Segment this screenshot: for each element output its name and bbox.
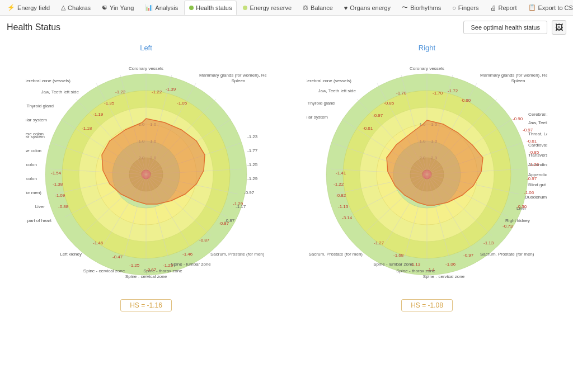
svg-text:-0.87: -0.87 bbox=[199, 238, 210, 243]
svg-text:Sacrum, Prostate (for men): Sacrum, Prostate (for men) bbox=[480, 252, 534, 257]
svg-text:Mammary glands (for women), Re: Mammary glands (for women), Respiratory … bbox=[480, 73, 547, 78]
svg-text:-1.09: -1.09 bbox=[55, 193, 65, 198]
balance-icon: ⚖ bbox=[303, 4, 308, 11]
svg-text:-1.35: -1.35 bbox=[104, 101, 115, 106]
svg-text:-0.90: -0.90 bbox=[513, 116, 523, 121]
svg-text:Spleen: Spleen bbox=[511, 78, 525, 83]
svg-text:-1.22: -1.22 bbox=[115, 89, 126, 95]
svg-text:-1.13: -1.13 bbox=[338, 204, 349, 209]
svg-text:Mammary glands (for women), Re: Mammary glands (for women), Respiratory … bbox=[199, 73, 266, 78]
right-radar-wrapper: 1.0 1.0 2.0 1.0 1.0 2.0 Coronary vessels… bbox=[307, 54, 547, 295]
svg-text:Throat, Larynx, Trachea, Thyro: Throat, Larynx, Trachea, Thyroid gland bbox=[307, 101, 335, 106]
svg-text:-0.67: -0.67 bbox=[146, 267, 157, 272]
svg-text:Sacrum, Prostate (for men): Sacrum, Prostate (for men) bbox=[210, 252, 265, 257]
svg-text:-0.47: -0.47 bbox=[112, 254, 123, 259]
svg-text:-1.23: -1.23 bbox=[247, 134, 258, 139]
svg-text:-0.97: -0.97 bbox=[373, 113, 383, 118]
tab-export-csv[interactable]: 📋 Export to CSV bbox=[523, 1, 573, 15]
left-radar-wrapper: 1.0 1.0 2.0 1.0 1.0 2.0 Coronary vessels… bbox=[26, 54, 266, 295]
svg-text:Spine - cervical zone: Spine - cervical zone bbox=[125, 274, 167, 279]
tab-fingers[interactable]: ○ Fingers bbox=[447, 1, 483, 15]
yin-yang-icon: ☯ bbox=[102, 4, 107, 11]
tab-energy-reserve[interactable]: Energy reserve bbox=[238, 1, 297, 15]
svg-text:-1.54: -1.54 bbox=[51, 171, 62, 176]
tab-biorhythms[interactable]: 〜 Biorhythms bbox=[397, 1, 446, 15]
svg-text:-0.97: -0.97 bbox=[523, 127, 533, 133]
svg-text:Cardiovascular system: Cardiovascular system bbox=[26, 117, 47, 122]
svg-text:-1.72: -1.72 bbox=[448, 88, 458, 93]
svg-text:-1.22: -1.22 bbox=[152, 89, 162, 95]
svg-text:Duodenum: Duodenum bbox=[525, 195, 547, 200]
image-export-button[interactable]: 🖼 bbox=[552, 20, 566, 35]
analysis-icon: 📊 bbox=[145, 4, 153, 11]
fingers-icon: ○ bbox=[452, 4, 456, 11]
svg-text:-0.85: -0.85 bbox=[529, 150, 539, 155]
tab-organs-energy[interactable]: ♥ Organs energy bbox=[339, 1, 396, 15]
svg-text:Coronary vessels: Coronary vessels bbox=[410, 66, 444, 71]
svg-text:-1.06: -1.06 bbox=[445, 262, 456, 267]
svg-text:Rectum, Prostate (for men): Rectum, Prostate (for men) bbox=[26, 190, 41, 195]
svg-text:Right part of heart: Right part of heart bbox=[26, 218, 52, 223]
svg-text:-0.73: -0.73 bbox=[502, 224, 513, 229]
tab-energy-field[interactable]: ⚡ Energy field bbox=[2, 1, 55, 15]
svg-text:Sigmoid colon: Sigmoid colon bbox=[26, 176, 37, 181]
tab-health-status[interactable]: Health status bbox=[184, 1, 237, 15]
svg-text:-1.06: -1.06 bbox=[524, 190, 534, 195]
svg-text:Cerebral zone (vessels): Cerebral zone (vessels) bbox=[528, 112, 547, 117]
svg-text:-0.61: -0.61 bbox=[527, 139, 537, 144]
svg-text:-1.70: -1.70 bbox=[433, 91, 443, 96]
image-icon: 🖼 bbox=[555, 23, 563, 32]
tab-yin-yang[interactable]: ☯ Yin Yang bbox=[97, 1, 139, 15]
energy-reserve-dot bbox=[243, 6, 247, 10]
tab-report[interactable]: 🖨 Report bbox=[485, 1, 522, 15]
svg-text:-1.77: -1.77 bbox=[247, 148, 258, 153]
svg-text:-1.4: -1.4 bbox=[427, 267, 435, 272]
svg-text:-1.25: -1.25 bbox=[163, 263, 173, 268]
svg-text:Jaw, Teeth left side: Jaw, Teeth left side bbox=[41, 89, 79, 95]
tab-chakras[interactable]: △ Chakras bbox=[56, 1, 96, 15]
charts-area: Left bbox=[0, 38, 573, 317]
svg-text:-1.38: -1.38 bbox=[53, 182, 63, 187]
export-csv-icon: 📋 bbox=[528, 4, 536, 11]
top-navigation: ⚡ Energy field △ Chakras ☯ Yin Yang 📊 An… bbox=[0, 0, 573, 16]
svg-text:-1.70: -1.70 bbox=[396, 91, 407, 96]
svg-text:-1.19: -1.19 bbox=[93, 112, 104, 117]
svg-text:-1.27: -1.27 bbox=[374, 240, 384, 245]
svg-text:Descending colon: Descending colon bbox=[26, 162, 37, 167]
svg-text:Transverse colon: Transverse colon bbox=[26, 131, 44, 136]
svg-text:Sacrum, Prostate (for men): Sacrum, Prostate (for men) bbox=[309, 252, 363, 257]
right-chart-title: Right bbox=[419, 44, 435, 52]
svg-text:-0.82: -0.82 bbox=[336, 193, 346, 198]
svg-text:Right kidney: Right kidney bbox=[505, 218, 530, 223]
header-actions: See optimal health status 🖼 bbox=[463, 20, 566, 35]
svg-text:-1.18: -1.18 bbox=[82, 126, 92, 131]
svg-text:-0.60: -0.60 bbox=[461, 98, 471, 103]
page-header: Health Status See optimal health status … bbox=[0, 16, 573, 38]
optimal-health-button[interactable]: See optimal health status bbox=[463, 21, 547, 34]
report-icon: 🖨 bbox=[490, 4, 496, 11]
svg-text:Spine - lumbar zone: Spine - lumbar zone bbox=[373, 262, 414, 267]
svg-text:Cerebral zone (vessels): Cerebral zone (vessels) bbox=[307, 78, 351, 83]
right-radar-svg: 1.0 1.0 2.0 1.0 1.0 2.0 Coronary vessels… bbox=[307, 54, 547, 295]
svg-text:-1.46: -1.46 bbox=[182, 252, 193, 257]
health-status-dot bbox=[189, 6, 194, 10]
tab-analysis[interactable]: 📊 Analysis bbox=[140, 1, 183, 15]
svg-text:Coronary vessels: Coronary vessels bbox=[129, 66, 163, 71]
svg-text:Cardiovascular system: Cardiovascular system bbox=[307, 115, 328, 120]
svg-text:-1.39: -1.39 bbox=[166, 87, 176, 92]
biorhythms-icon: 〜 bbox=[402, 3, 408, 12]
svg-text:-1.25: -1.25 bbox=[247, 162, 258, 167]
organs-energy-icon: ♥ bbox=[344, 4, 348, 11]
svg-text:-1.13: -1.13 bbox=[483, 240, 494, 245]
svg-text:-1.41: -1.41 bbox=[336, 171, 346, 176]
tab-balance[interactable]: ⚖ Balance bbox=[298, 1, 338, 15]
page-title: Health Status bbox=[7, 22, 60, 32]
svg-text:-0.97: -0.97 bbox=[463, 253, 474, 258]
svg-text:Jaw, Teeth right side: Jaw, Teeth right side bbox=[528, 120, 547, 125]
right-chart-container: Right bbox=[292, 44, 562, 311]
svg-text:Spine - cervical zone: Spine - cervical zone bbox=[83, 268, 125, 273]
left-chart-container: Left bbox=[11, 44, 281, 311]
svg-text:-1.68: -1.68 bbox=[393, 253, 404, 258]
svg-text:Throat, Larynx, Trachea, Thyro: Throat, Larynx, Trachea, Thyroid gland bbox=[26, 103, 54, 108]
left-chart-hs: HS = -1.16 bbox=[120, 299, 172, 311]
